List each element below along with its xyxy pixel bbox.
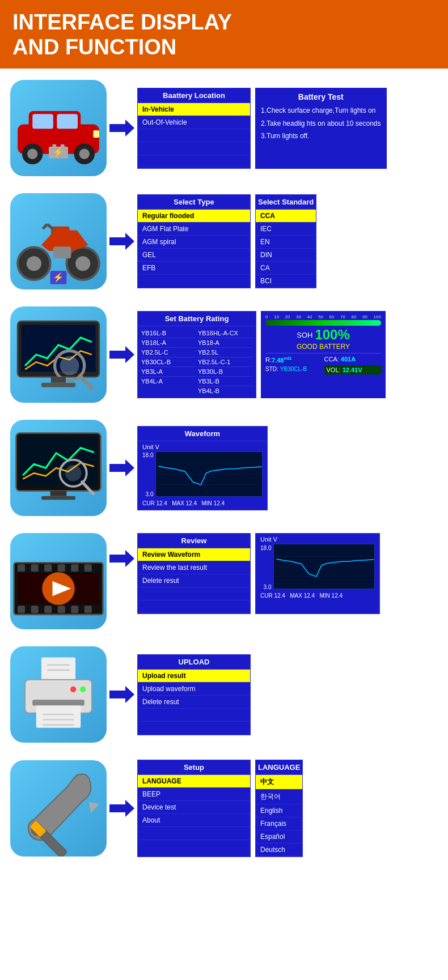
review-max: MAX 12.4 xyxy=(290,593,315,599)
battery-rating-panels: Set Battery Rating YB16L-B YB18L-A YB2.5… xyxy=(137,311,386,398)
waveform-stats: CUR 12.4 MAX 12.4 MIN 12.4 xyxy=(142,500,263,506)
setup-title: Setup xyxy=(138,760,250,775)
svg-rect-48 xyxy=(44,564,52,572)
svg-rect-40 xyxy=(41,496,75,500)
standard-cca[interactable]: CCA xyxy=(256,210,316,223)
lang-fr[interactable]: Français xyxy=(256,817,302,830)
soh-r-val: 7.48mΩ xyxy=(272,356,291,364)
standard-bci[interactable]: BCI xyxy=(256,275,316,288)
moto-icon-box: ⚡ xyxy=(10,193,107,289)
svg-rect-11 xyxy=(61,144,65,147)
battery-location-empty2 xyxy=(138,142,250,155)
waveform-svg-wrapper xyxy=(155,451,263,498)
rating-yb25l[interactable]: YB2.5L xyxy=(198,348,252,357)
arrow-icon-6 xyxy=(109,686,134,703)
lang-es[interactable]: Español xyxy=(256,830,302,843)
select-type-agm-flat[interactable]: AGM Flat Plate xyxy=(138,223,250,236)
arrow-icon-3 xyxy=(109,346,134,363)
review-last-result[interactable]: Review the last result xyxy=(138,561,250,574)
soh-stats-grid: R: 7.48mΩ CCA: 401A STD: YB30CL-B VOL: 1… xyxy=(265,353,381,374)
review-chart-svg xyxy=(273,544,375,589)
setup-beep[interactable]: BEEP xyxy=(138,788,250,801)
select-type-gel[interactable]: GEL xyxy=(138,249,250,262)
upload-panel: UPLOAD Upload result Upload waveform Del… xyxy=(137,654,251,735)
tools-icon xyxy=(10,760,107,857)
svg-rect-8 xyxy=(93,130,99,138)
rating-yb25lc[interactable]: YB2.5L-C xyxy=(141,348,196,357)
battery-location-in-vehicle[interactable]: In-Vehicle xyxy=(138,103,250,116)
svg-text:⚡: ⚡ xyxy=(53,272,64,283)
battery-location-title: Baattery Location xyxy=(138,88,250,103)
review-empty1 xyxy=(138,587,250,600)
soh-cca-box: CCA: 401A xyxy=(324,356,382,364)
svg-rect-56 xyxy=(71,606,78,613)
select-type-efb[interactable]: EFB xyxy=(138,262,250,275)
rating-yb18la[interactable]: YB18L-A xyxy=(141,338,196,348)
svg-line-21 xyxy=(43,224,48,229)
lang-en[interactable]: English xyxy=(256,804,302,817)
screen-icon-box xyxy=(10,306,107,403)
rating-yb3la[interactable]: YB3L-A xyxy=(141,367,196,377)
setup-panel: Setup LANGUAGE BEEP Device test About xyxy=(137,760,251,857)
waveform-unit-label: Unit V xyxy=(142,444,263,450)
select-type-agm-spiral[interactable]: AGM spiral xyxy=(138,236,250,249)
svg-rect-10 xyxy=(53,144,57,147)
select-type-panel: Select Type Regular flooded AGM Flat Pla… xyxy=(137,194,251,288)
rating-yb4la[interactable]: YB4L-A xyxy=(141,377,196,386)
review-panel: Review Review Waveform Review the last r… xyxy=(137,533,251,614)
setup-device-test[interactable]: Device test xyxy=(138,801,250,814)
gauge-labels: 0102030405060708090100 xyxy=(265,314,381,319)
waveform-content: Unit V 18.0 3.0 xyxy=(138,441,267,510)
standard-en[interactable]: EN xyxy=(256,236,316,249)
review-min: MIN 12.4 xyxy=(320,593,343,599)
svg-marker-76 xyxy=(109,686,134,703)
svg-marker-25 xyxy=(109,233,134,250)
battery-location-out-of-vehicle[interactable]: Out-Of-Vehicle xyxy=(138,116,250,129)
select-standard-title: Select Standard xyxy=(256,195,316,210)
review-delete[interactable]: Delete resut xyxy=(138,574,250,587)
upload-empty2 xyxy=(138,722,250,735)
review-waveform[interactable]: Review Waveform xyxy=(138,548,250,561)
waveform-icon-box xyxy=(10,420,107,516)
standard-din[interactable]: DIN xyxy=(256,249,316,262)
rating-yb16lb[interactable]: YB16L-B xyxy=(141,329,196,338)
setup-language[interactable]: LANGUAGE xyxy=(138,775,250,788)
header: INTERFACE DISPLAY AND FUNCTION xyxy=(0,0,448,69)
rating-yb4lb[interactable]: YB4L-B xyxy=(198,386,252,395)
waveform-max: MAX 12.4 xyxy=(172,500,197,506)
upload-result[interactable]: Upload result xyxy=(138,670,250,683)
lang-zh[interactable]: 中文 xyxy=(256,775,302,790)
rating-yb16hlacx[interactable]: YB16HL-A-CX xyxy=(198,329,252,338)
select-type-regular[interactable]: Regular flooded xyxy=(138,210,250,223)
row-review: Review Review Waveform Review the last r… xyxy=(10,533,438,629)
standard-iec[interactable]: IEC xyxy=(256,223,316,236)
rating-yb18a[interactable]: YB18-A xyxy=(198,338,252,348)
soh-vol-label: VOL: xyxy=(327,367,341,373)
review-waveform-content: Unit V 18.0 3.0 xyxy=(256,534,379,602)
waveform-panel-title: Waveform xyxy=(138,427,267,441)
standard-ca[interactable]: CA xyxy=(256,262,316,275)
soh-r-label: R: xyxy=(265,356,272,363)
lang-de[interactable]: Deutsch xyxy=(256,843,302,857)
setup-about[interactable]: About xyxy=(138,814,250,827)
upload-waveform[interactable]: Upload waveform xyxy=(138,683,250,696)
rating-yb3lb[interactable]: YB3L-B xyxy=(198,377,252,386)
rating-yb30lb[interactable]: YB30L-B xyxy=(198,367,252,377)
rating-yb25lc1[interactable]: YB2.5L-C-1 xyxy=(198,357,252,367)
rating-yb30clb[interactable]: YB30CL-B xyxy=(141,357,196,367)
svg-rect-39 xyxy=(50,491,67,496)
select-type-title: Select Type xyxy=(138,195,250,210)
select-standard-panel: Select Standard CCA IEC EN DIN CA BCI xyxy=(255,194,316,288)
row-upload: UPLOAD Upload result Upload waveform Del… xyxy=(10,646,438,743)
row-waveform: Waveform Unit V 18.0 3.0 xyxy=(10,420,438,516)
svg-rect-32 xyxy=(41,383,75,387)
svg-point-29 xyxy=(60,356,79,376)
soh-std-val: YB30CL-B xyxy=(280,366,307,372)
upload-delete[interactable]: Delete resut xyxy=(138,696,250,709)
battery-test-line3: 3.Turn lights off. xyxy=(261,131,381,141)
row-battery-location: ⚡ Baattery Location In-Vehicle Out-Of-Ve… xyxy=(10,80,438,176)
lang-ko[interactable]: 한국어 xyxy=(256,790,302,804)
waveform-screen-icon xyxy=(10,420,107,516)
header-title: INTERFACE DISPLAY AND FUNCTION xyxy=(12,10,436,59)
soh-percent: 100% xyxy=(315,327,349,343)
